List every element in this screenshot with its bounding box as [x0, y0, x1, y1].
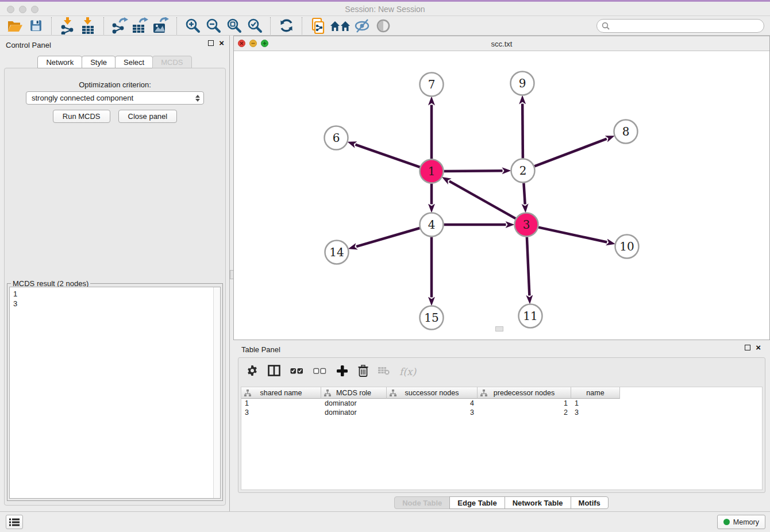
zoom-in-button[interactable]	[182, 17, 203, 35]
network-window-titlebar[interactable]: scc.txt	[234, 36, 769, 51]
mcds-result-box[interactable]: 13	[9, 287, 221, 499]
edge-1-6[interactable]	[356, 145, 420, 167]
column-header-successor-nodes[interactable]: successor nodes	[387, 387, 478, 399]
column-header-predecessor-nodes[interactable]: predecessor nodes	[478, 387, 571, 399]
column-header-MCDS-role[interactable]: MCDS role	[321, 387, 387, 399]
column-header-name[interactable]: name	[571, 387, 620, 399]
table-row[interactable]: 1dominator411	[241, 399, 762, 408]
tab-mcds[interactable]: MCDS	[152, 56, 191, 68]
close-panel-icon[interactable]: ×	[219, 40, 224, 46]
svg-text:10: 10	[619, 240, 634, 253]
table-cell[interactable]: 1	[571, 399, 620, 408]
table-cell[interactable]: 1	[241, 399, 321, 408]
first-neighbors-button[interactable]	[328, 17, 352, 35]
float-table-panel-icon[interactable]	[745, 345, 750, 350]
tab-network[interactable]: Network	[37, 56, 82, 68]
tab-edge-table[interactable]: Edge Table	[449, 496, 505, 509]
edge-2-9[interactable]	[522, 104, 523, 159]
table-cell[interactable]: 3	[387, 408, 478, 417]
edge-2-8[interactable]	[534, 139, 607, 167]
table-cell[interactable]: 2	[478, 408, 571, 417]
result-scrollbar[interactable]	[213, 287, 220, 498]
node-8[interactable]: 8	[614, 120, 638, 144]
import-network-button[interactable]	[57, 17, 78, 35]
tab-select[interactable]: Select	[115, 56, 153, 68]
result-line: 1	[13, 289, 209, 299]
node-15[interactable]: 15	[420, 306, 444, 330]
export-network-icon	[111, 17, 128, 34]
unchecked-boxes-icon	[313, 368, 326, 375]
edge-3-1[interactable]	[449, 181, 515, 218]
table-settings-button[interactable]	[247, 365, 258, 379]
mcds-result-group: MCDS result (2 nodes) 13	[7, 283, 223, 501]
node-10[interactable]: 10	[615, 235, 639, 259]
node-4[interactable]: 4	[420, 213, 444, 237]
show-all-button[interactable]	[373, 17, 394, 35]
edge-3-11[interactable]	[527, 237, 530, 296]
delete-column-button[interactable]	[358, 365, 368, 379]
table-rows: 1dominator4113dominator323	[241, 399, 762, 417]
column-header-shared-name[interactable]: shared name	[241, 387, 321, 399]
refresh-button[interactable]	[276, 17, 297, 35]
deselect-all-button[interactable]	[313, 367, 326, 377]
export-table-button[interactable]	[130, 17, 151, 35]
delete-table-button[interactable]	[378, 367, 390, 377]
network-title: scc.txt	[234, 40, 769, 48]
import-table-button[interactable]	[78, 17, 98, 35]
tab-motifs[interactable]: Motifs	[571, 496, 609, 509]
table-cell[interactable]: 3	[571, 408, 620, 417]
memory-button[interactable]: Memory	[717, 515, 765, 529]
close-panel-button[interactable]: Close panel	[118, 110, 178, 123]
show-column-button[interactable]	[268, 365, 280, 379]
node-7[interactable]: 7	[420, 73, 444, 97]
select-all-button[interactable]	[290, 367, 303, 377]
export-image-button[interactable]	[151, 17, 171, 35]
close-table-panel-icon[interactable]: ×	[756, 345, 761, 350]
zoom-selected-button[interactable]	[244, 17, 265, 35]
export-table-icon	[132, 17, 149, 34]
function-builder-button[interactable]: f(x)	[399, 366, 416, 377]
save-session-button[interactable]	[25, 17, 46, 35]
tab-style[interactable]: Style	[82, 56, 116, 68]
edge-2-3[interactable]	[523, 183, 525, 205]
export-image-icon	[152, 17, 170, 34]
hide-selected-button[interactable]	[352, 17, 373, 35]
columns-icon	[268, 365, 280, 376]
svg-text:4: 4	[428, 218, 436, 232]
node-9[interactable]: 9	[511, 72, 534, 95]
zoom-out-button[interactable]	[203, 17, 224, 35]
table-cell[interactable]: 1	[478, 399, 571, 408]
svg-text:15: 15	[424, 311, 438, 325]
node-1[interactable]: 1	[420, 160, 444, 183]
add-column-button[interactable]	[336, 365, 348, 379]
node-3[interactable]: 3	[515, 213, 538, 237]
search-input[interactable]	[613, 22, 759, 30]
table-cell[interactable]: 3	[241, 408, 321, 417]
node-14[interactable]: 14	[325, 241, 349, 264]
horizontal-splitter-handle[interactable]	[495, 326, 503, 331]
memory-status-icon	[723, 519, 730, 525]
task-history-button[interactable]	[6, 515, 23, 529]
edge-4-14[interactable]	[356, 228, 419, 246]
tab-network-table[interactable]: Network Table	[505, 496, 571, 509]
export-network-button[interactable]	[109, 17, 130, 35]
duplicate-network-button[interactable]	[307, 17, 328, 35]
open-file-button[interactable]	[5, 17, 25, 35]
network-canvas[interactable]: 7968124314101511	[234, 51, 769, 340]
node-2[interactable]: 2	[511, 159, 535, 183]
node-6[interactable]: 6	[325, 126, 348, 150]
float-panel-icon[interactable]	[208, 40, 214, 46]
table-row[interactable]: 3dominator323	[241, 408, 762, 417]
table-cell[interactable]: dominator	[321, 408, 387, 417]
node-11[interactable]: 11	[519, 304, 542, 328]
table-cell[interactable]: dominator	[321, 399, 387, 408]
edge-1-2[interactable]	[444, 171, 503, 171]
zoom-fit-button[interactable]	[224, 17, 244, 35]
optimization-criterion-select[interactable]: strongly connected component	[26, 91, 204, 105]
tab-node-table[interactable]: Node Table	[394, 496, 450, 509]
edge-3-10[interactable]	[538, 228, 607, 242]
search-box	[596, 19, 764, 33]
import-table-icon	[80, 17, 95, 34]
table-cell[interactable]: 4	[387, 399, 478, 408]
run-mcds-button[interactable]: Run MCDS	[53, 110, 110, 123]
